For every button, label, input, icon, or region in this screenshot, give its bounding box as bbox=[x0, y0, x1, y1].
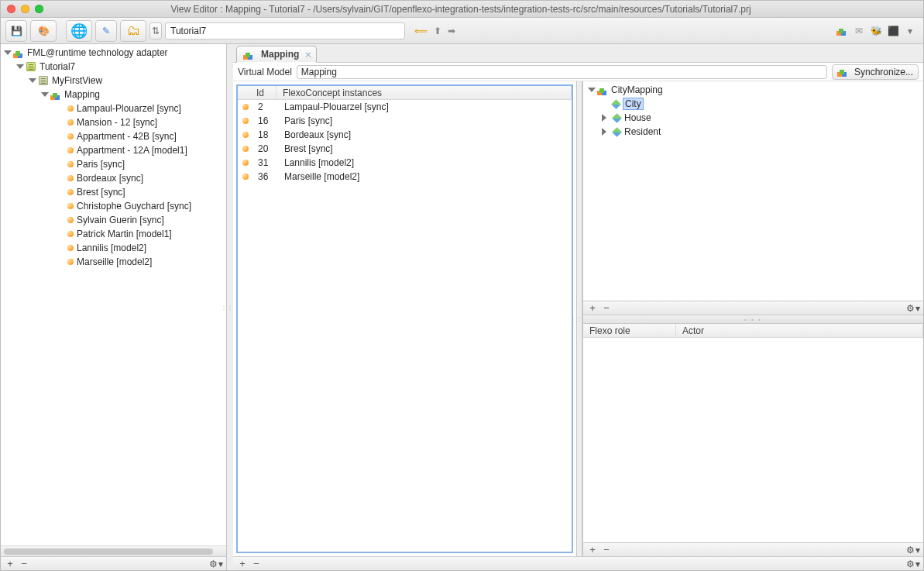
vertical-splitter[interactable] bbox=[227, 44, 233, 570]
bee-icon[interactable]: 🐝 bbox=[871, 26, 881, 36]
minimize-window-button[interactable] bbox=[21, 5, 29, 13]
disclosure-icon[interactable] bbox=[602, 114, 610, 122]
tree-concept-item[interactable]: City bbox=[583, 97, 923, 111]
instances-table[interactable]: Id FlexoConcept instances 2Lampaul-Ploua… bbox=[236, 84, 573, 553]
window-title: View Editor : Mapping - Tutorial7 - /Use… bbox=[51, 4, 917, 15]
virtual-model-field[interactable]: Mapping bbox=[297, 65, 827, 79]
mail-icon[interactable]: ✉ bbox=[854, 26, 864, 36]
instance-icon bbox=[67, 105, 74, 112]
remove-button[interactable]: − bbox=[600, 545, 613, 556]
disclosure-icon[interactable] bbox=[588, 88, 596, 92]
tree-instance-item[interactable]: Marseille [model2] bbox=[1, 255, 226, 269]
table-row[interactable]: 31Lannilis [model2] bbox=[238, 156, 572, 170]
gear-icon: ⚙ bbox=[906, 545, 915, 556]
tree-instance-item[interactable]: Christophe Guychard [sync] bbox=[1, 199, 226, 213]
tree-label: Mapping bbox=[64, 89, 100, 100]
tree-concept-item[interactable]: House bbox=[583, 111, 923, 125]
tree-mapping[interactable]: Mapping bbox=[1, 88, 226, 101]
tree-instance-item[interactable]: Sylvain Guerin [sync] bbox=[1, 213, 226, 227]
toolbar-globe-button[interactable]: 🌐 bbox=[66, 20, 92, 42]
scrollbar-thumb[interactable] bbox=[4, 549, 213, 555]
table-row[interactable]: 36Marseille [model2] bbox=[238, 170, 572, 184]
tree-instance-item[interactable]: Brest [sync] bbox=[1, 185, 226, 199]
titlebar: View Editor : Mapping - Tutorial7 - /Use… bbox=[1, 1, 923, 18]
disclosure-icon[interactable] bbox=[16, 64, 24, 69]
tree-label: Marseille [model2] bbox=[77, 256, 152, 267]
tree-instance-item[interactable]: Bordeaux [sync] bbox=[1, 171, 226, 185]
cell-flexoconcept: Lannilis [model2] bbox=[278, 157, 572, 168]
add-button[interactable]: + bbox=[4, 559, 16, 569]
gear-menu-button[interactable]: ⚙▾ bbox=[906, 559, 920, 569]
address-field[interactable]: Tutorial7 bbox=[165, 22, 405, 40]
toolbar-save-button[interactable]: 💾 bbox=[5, 20, 27, 42]
nav-forward-button[interactable]: ➡ bbox=[448, 26, 455, 36]
tree-concept-item[interactable]: Resident bbox=[583, 125, 923, 139]
tree-root[interactable]: FML@runtime technology adapter bbox=[1, 46, 226, 60]
toolbar-menu-button[interactable]: ▾ bbox=[905, 26, 915, 36]
cubes-icon bbox=[837, 67, 848, 77]
instance-icon bbox=[67, 147, 74, 153]
instance-icon bbox=[242, 132, 249, 138]
perspective-icon[interactable]: ⬛ bbox=[888, 26, 898, 36]
synchronize-button[interactable]: Synchronize... bbox=[832, 64, 919, 80]
address-mode-button[interactable]: ⇅ bbox=[149, 22, 162, 40]
add-button[interactable]: + bbox=[586, 545, 599, 556]
instance-icon bbox=[242, 118, 249, 124]
tree-instance-item[interactable]: Appartment - 42B [sync] bbox=[1, 129, 226, 143]
remove-button[interactable]: − bbox=[600, 303, 613, 314]
virtual-model-label: Virtual Model bbox=[238, 67, 292, 77]
tree-instance-item[interactable]: Lampaul-Plouarzel [sync] bbox=[1, 101, 226, 115]
table-header-id[interactable]: Id bbox=[250, 86, 277, 99]
browser-tree[interactable]: FML@runtime technology adapter Tutorial7… bbox=[1, 44, 226, 545]
tree-label: CityMapping bbox=[611, 84, 663, 95]
table-row[interactable]: 16Paris [sync] bbox=[238, 114, 572, 128]
horizontal-splitter[interactable] bbox=[583, 315, 923, 324]
nav-back-button[interactable]: ⟸ bbox=[414, 26, 428, 36]
tree-instance-item[interactable]: Mansion - 12 [sync] bbox=[1, 115, 226, 129]
cell-flexoconcept: Brest [sync] bbox=[278, 143, 572, 154]
table-row[interactable]: 2Lampaul-Plouarzel [sync] bbox=[238, 100, 572, 114]
window-controls bbox=[7, 5, 43, 13]
remove-button[interactable]: − bbox=[18, 559, 30, 569]
cubes-icon[interactable] bbox=[836, 26, 847, 36]
nav-arrows: ⟸ ⬆ ➡ bbox=[414, 26, 455, 36]
disclosure-icon[interactable] bbox=[41, 92, 49, 97]
add-button[interactable]: + bbox=[236, 559, 249, 569]
remove-button[interactable]: − bbox=[250, 559, 263, 569]
disclosure-icon[interactable] bbox=[602, 128, 610, 136]
vertical-splitter[interactable] bbox=[576, 81, 582, 556]
tree-instance-item[interactable]: Appartment - 12A [model1] bbox=[1, 143, 226, 157]
table-row[interactable]: 20Brest [sync] bbox=[238, 142, 572, 156]
tree-instance-item[interactable]: Lannilis [model2] bbox=[1, 241, 226, 255]
editor-area: Mapping ✕ Virtual Model Mapping Synchron… bbox=[233, 44, 923, 570]
tree-label: Resident bbox=[624, 126, 661, 137]
roles-header-actor[interactable]: Actor bbox=[676, 324, 923, 337]
tree-instance-item[interactable]: Paris [sync] bbox=[1, 157, 226, 171]
cubes-icon bbox=[243, 49, 254, 60]
zoom-window-button[interactable] bbox=[35, 5, 43, 13]
tab-mapping[interactable]: Mapping ✕ bbox=[236, 46, 317, 63]
concepts-tree[interactable]: CityMapping CityHouseResident bbox=[583, 81, 923, 301]
add-button[interactable]: + bbox=[586, 303, 599, 314]
toolbar-files-button[interactable]: 🗂 bbox=[120, 20, 146, 42]
table-row[interactable]: 18Bordeaux [sync] bbox=[238, 128, 572, 142]
tree-project[interactable]: Tutorial7 bbox=[1, 60, 226, 74]
gear-menu-button[interactable]: ⚙▾ bbox=[209, 559, 223, 569]
nav-up-button[interactable]: ⬆ bbox=[434, 26, 441, 36]
toolbar-edit-button[interactable]: ✎ bbox=[95, 20, 117, 42]
tab-close-button[interactable]: ✕ bbox=[303, 50, 313, 60]
tree-view[interactable]: MyFirstView bbox=[1, 74, 226, 88]
table-header-flexoconcept[interactable]: FlexoConcept instances bbox=[277, 86, 572, 99]
toolbar-palette-button[interactable]: 🎨 bbox=[30, 20, 57, 42]
left-pane-footer: + − ⚙▾ bbox=[1, 556, 226, 570]
gear-menu-button[interactable]: ⚙▾ bbox=[906, 303, 920, 314]
disclosure-icon[interactable] bbox=[29, 78, 36, 83]
close-window-button[interactable] bbox=[7, 5, 15, 13]
tree-instance-item[interactable]: Patrick Martin [model1] bbox=[1, 227, 226, 241]
tree-label: Bordeaux [sync] bbox=[77, 173, 143, 184]
horizontal-scrollbar[interactable] bbox=[1, 545, 226, 556]
disclosure-icon[interactable] bbox=[4, 50, 12, 55]
gear-menu-button[interactable]: ⚙▾ bbox=[906, 545, 920, 556]
tree-citymapping[interactable]: CityMapping bbox=[583, 83, 923, 97]
roles-header-role[interactable]: Flexo role bbox=[583, 324, 676, 337]
